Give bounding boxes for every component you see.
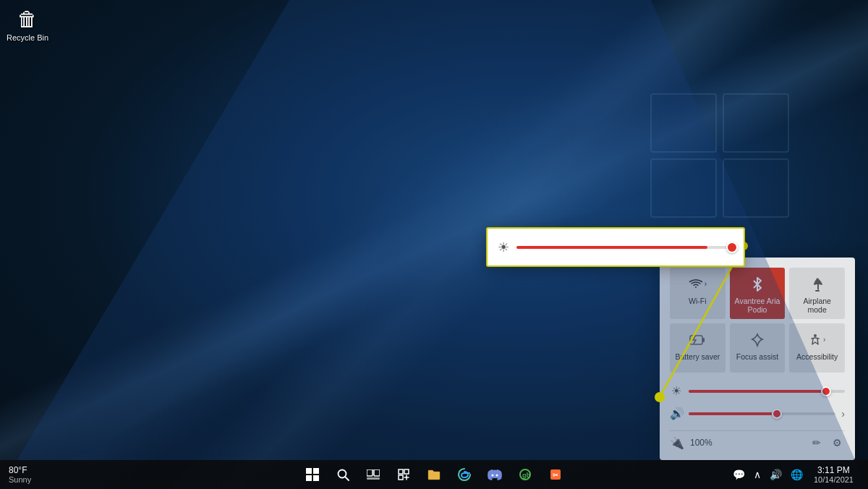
svg-rect-12 (306, 468, 312, 474)
brightness-slider-track[interactable] (516, 246, 733, 249)
svg-point-22 (496, 475, 498, 477)
recycle-bin-label: Recycle Bin (6, 33, 49, 43)
discord-button[interactable] (480, 460, 509, 489)
bluetooth-label: Avantree Aria Podio (734, 297, 781, 315)
recycle-bin-image: 🗑 (14, 6, 41, 32)
clock-widget[interactable]: 3:11 PM 10/14/2021 (808, 460, 859, 489)
volume-fill (689, 412, 777, 415)
svg-line-17 (345, 477, 349, 480)
app-button-1[interactable]: gb (511, 460, 540, 489)
task-view-button[interactable] (359, 460, 388, 489)
battery-charging-icon: 🔌 (670, 436, 684, 450)
focus-assist-icon (750, 331, 765, 349)
wifi-label: Wi-Fi (689, 297, 707, 306)
airplane-icon (809, 275, 825, 294)
svg-rect-18 (367, 469, 373, 476)
svg-rect-19 (374, 469, 380, 476)
svg-rect-8 (815, 290, 820, 292)
app-button-2[interactable]: ✂ (541, 460, 570, 489)
svg-rect-14 (306, 475, 312, 481)
svg-rect-13 (313, 468, 319, 474)
airplane-mode-label: Airplane mode (793, 297, 841, 315)
brightness-slider-thumb (726, 242, 738, 253)
battery-percentage: 100% (690, 438, 804, 448)
wifi-button[interactable]: › Wi-Fi (670, 268, 726, 319)
desktop: 🗑 Recycle Bin ☀ (0, 0, 868, 489)
recycle-bin-icon[interactable]: 🗑 Recycle Bin (6, 6, 49, 43)
battery-saver-label: Battery saver (675, 352, 720, 362)
clock-date: 10/14/2021 (814, 475, 854, 484)
brightness-track[interactable] (689, 390, 845, 393)
battery-row: 🔌 100% ✏ ⚙ (670, 430, 845, 453)
focus-assist-label: Focus assist (736, 352, 778, 362)
brightness-thumb (821, 386, 831, 396)
svg-rect-20 (367, 477, 380, 480)
clock-time: 3:11 PM (817, 465, 850, 475)
accessibility-icon: › (809, 331, 825, 349)
search-button[interactable] (328, 460, 357, 489)
brightness-slider-row: ☀ (670, 384, 845, 398)
show-desktop-button[interactable] (861, 460, 865, 489)
weather-widget[interactable]: 80°F Sunny (0, 460, 58, 489)
bluetooth-button[interactable]: Avantree Aria Podio (730, 268, 786, 319)
taskbar-center: gb ✂ (298, 460, 570, 489)
svg-rect-10 (702, 338, 705, 342)
svg-rect-3 (651, 159, 716, 217)
brightness-icon-small: ☀ (670, 384, 683, 398)
svg-point-11 (814, 334, 817, 337)
svg-text:gb: gb (522, 472, 530, 479)
settings-battery-button[interactable]: ⚙ (830, 435, 845, 450)
start-button[interactable] (298, 460, 327, 489)
system-tray: 💬 ∧ 🔊 🌐 3:11 PM 10/14/2021 (726, 460, 868, 489)
svg-rect-2 (723, 94, 788, 152)
volume-icon: 🔊 (670, 407, 683, 420)
hidden-icons-button[interactable]: ∧ (750, 460, 765, 489)
battery-action-buttons: ✏ ⚙ (809, 435, 845, 450)
taskbar: 80°F Sunny (0, 460, 868, 489)
svg-rect-15 (313, 475, 319, 481)
focus-assist-button[interactable]: Focus assist (730, 323, 786, 373)
svg-rect-4 (723, 159, 788, 217)
battery-saver-button[interactable]: Battery saver (670, 323, 726, 373)
airplane-mode-button[interactable]: Airplane mode (789, 268, 845, 319)
weather-temperature: 80°F (9, 465, 49, 475)
edit-battery-button[interactable]: ✏ (809, 435, 824, 450)
action-center-panel: › Wi-Fi Avantree Aria Podio (660, 258, 855, 460)
accessibility-button[interactable]: › Accessibility (789, 323, 845, 373)
edge-browser-button[interactable] (450, 460, 479, 489)
brightness-fill (689, 390, 826, 393)
bluetooth-icon (752, 275, 763, 294)
battery-saver-icon (689, 331, 705, 349)
brightness-popup: ☀ (486, 227, 745, 267)
brightness-slider-fill (516, 246, 707, 249)
sliders-section: ☀ 🔊 › (670, 383, 845, 430)
widgets-button[interactable] (389, 460, 418, 489)
brightness-sun-icon: ☀ (498, 239, 509, 255)
volume-thumb (772, 409, 782, 419)
volume-slider-row: 🔊 › (670, 407, 845, 420)
volume-tray-icon[interactable]: 🔊 (766, 460, 786, 489)
file-explorer-button[interactable] (420, 460, 448, 489)
accessibility-label: Accessibility (796, 352, 838, 362)
quick-actions-grid: › Wi-Fi Avantree Aria Podio (670, 268, 845, 373)
volume-track[interactable] (689, 412, 835, 415)
weather-condition: Sunny (9, 475, 49, 484)
svg-point-21 (492, 475, 494, 477)
chat-tray-icon[interactable]: 💬 (729, 460, 749, 489)
svg-rect-1 (651, 94, 716, 152)
wifi-icon: › (689, 275, 707, 294)
network-tray-icon[interactable]: 🌐 (787, 460, 807, 489)
svg-text:✂: ✂ (553, 472, 558, 479)
volume-expand-arrow[interactable]: › (841, 408, 845, 420)
